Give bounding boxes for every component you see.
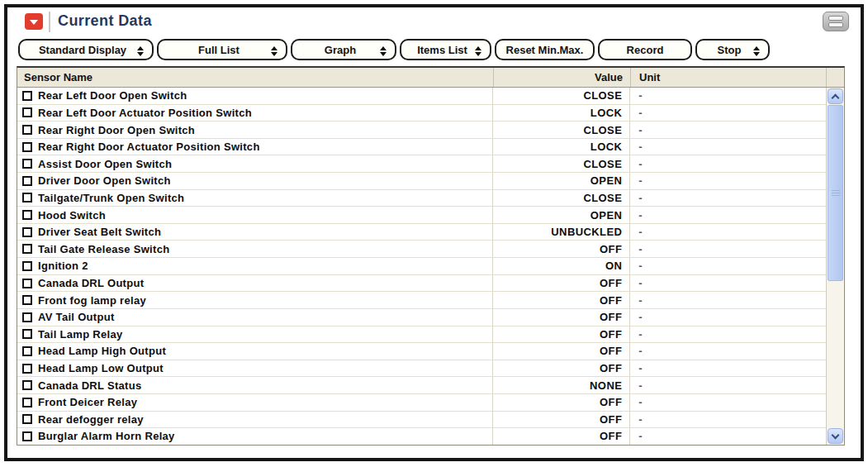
sensor-name: Rear Left Door Open Switch bbox=[38, 89, 187, 102]
row-checkbox[interactable] bbox=[22, 227, 32, 237]
row-checkbox[interactable] bbox=[22, 312, 32, 322]
display-mode-label: Standard Display bbox=[39, 44, 126, 56]
display-mode-select[interactable]: Standard Display bbox=[18, 39, 154, 60]
column-header-unit: Unit bbox=[631, 68, 827, 87]
sensor-name: Hood Switch bbox=[38, 209, 106, 222]
sensor-name: Tail Lamp Relay bbox=[38, 328, 123, 341]
table-row[interactable]: Burglar Alarm Horn Relay OFF - bbox=[17, 428, 826, 445]
record-button[interactable]: Record bbox=[598, 39, 692, 60]
graph-label: Graph bbox=[325, 44, 356, 56]
table-row[interactable]: Rear Left Door Open Switch CLOSE - bbox=[17, 88, 826, 105]
stop-select[interactable]: Stop bbox=[695, 39, 770, 60]
sensor-unit: - bbox=[630, 412, 826, 428]
row-checkbox[interactable] bbox=[22, 244, 32, 254]
table-row[interactable]: Tail Gate Release Switch OFF - bbox=[17, 241, 826, 258]
sensor-value: OPEN bbox=[493, 207, 630, 223]
scroll-down-button[interactable] bbox=[828, 428, 843, 444]
sensor-name: Driver Door Open Switch bbox=[38, 174, 171, 187]
sensor-value: LOCK bbox=[493, 139, 630, 155]
sensor-name: Rear Left Door Actuator Position Switch bbox=[38, 107, 252, 119]
row-checkbox[interactable] bbox=[22, 261, 32, 271]
row-checkbox[interactable] bbox=[22, 364, 32, 374]
row-checkbox[interactable] bbox=[22, 329, 32, 339]
row-checkbox[interactable] bbox=[22, 295, 32, 305]
row-checkbox[interactable] bbox=[22, 380, 32, 390]
reset-minmax-label: Reset Min.Max. bbox=[506, 44, 584, 56]
column-header-sensor-name: Sensor Name bbox=[17, 68, 494, 87]
sensor-unit: - bbox=[630, 275, 826, 292]
sensor-name: Tailgate/Trunk Open Switch bbox=[38, 192, 184, 204]
sensor-name: Tail Gate Release Switch bbox=[38, 243, 169, 255]
row-checkbox[interactable] bbox=[22, 159, 32, 169]
row-checkbox[interactable] bbox=[22, 398, 32, 407]
sensor-value: OFF bbox=[493, 412, 630, 428]
table-row[interactable]: Rear Left Door Actuator Position Switch … bbox=[17, 105, 826, 122]
sensor-name: Driver Seat Belt Switch bbox=[38, 226, 161, 238]
table-row[interactable]: Front Deicer Relay OFF - bbox=[17, 394, 826, 412]
sensor-unit: - bbox=[630, 428, 826, 445]
graph-select[interactable]: Graph bbox=[291, 39, 396, 60]
sensor-value: NONE bbox=[493, 377, 630, 393]
row-checkbox[interactable] bbox=[22, 193, 32, 203]
vertical-scrollbar[interactable] bbox=[826, 88, 844, 445]
table-row[interactable]: Rear defogger relay OFF - bbox=[17, 412, 826, 429]
scroll-up-button[interactable] bbox=[828, 88, 843, 104]
sensor-unit: - bbox=[630, 139, 826, 155]
row-checkbox[interactable] bbox=[22, 346, 32, 356]
row-checkbox[interactable] bbox=[22, 125, 32, 135]
table-row[interactable]: Tail Lamp Relay OFF - bbox=[17, 326, 826, 344]
title-bar: Current Data bbox=[7, 12, 861, 36]
list-filter-select[interactable]: Full List bbox=[157, 39, 287, 60]
row-checkbox[interactable] bbox=[22, 431, 32, 441]
items-list-select[interactable]: Items List bbox=[400, 39, 491, 60]
table-row[interactable]: Assist Door Open Switch CLOSE - bbox=[17, 155, 826, 173]
sensor-name: Rear Right Door Open Switch bbox=[38, 124, 195, 136]
sensor-name: Rear Right Door Actuator Position Switch bbox=[38, 141, 260, 153]
row-checkbox[interactable] bbox=[22, 279, 32, 288]
table-row[interactable]: Hood Switch OPEN - bbox=[17, 207, 826, 224]
sensor-name: Front Deicer Relay bbox=[38, 396, 137, 408]
row-checkbox[interactable] bbox=[22, 142, 32, 152]
table-row[interactable]: Canada DRL Output OFF - bbox=[17, 275, 826, 293]
reset-minmax-button[interactable]: Reset Min.Max. bbox=[495, 39, 595, 60]
row-checkbox[interactable] bbox=[22, 91, 32, 101]
sensor-value: CLOSE bbox=[493, 155, 630, 172]
sensor-unit: - bbox=[630, 360, 826, 377]
sensor-name: Burglar Alarm Horn Relay bbox=[38, 430, 175, 442]
sensor-name: Front fog lamp relay bbox=[38, 294, 146, 307]
table-row[interactable]: Canada DRL Status NONE - bbox=[17, 377, 826, 394]
table-row[interactable]: Ignition 2 ON - bbox=[17, 258, 826, 275]
table-body: Rear Left Door Open Switch CLOSE - Rear … bbox=[17, 88, 826, 445]
table-row[interactable]: Head Lamp Low Output OFF - bbox=[17, 360, 826, 378]
printer-icon[interactable] bbox=[823, 12, 849, 31]
table-row[interactable]: Tailgate/Trunk Open Switch CLOSE - bbox=[17, 190, 826, 207]
table-row[interactable]: Rear Right Door Open Switch CLOSE - bbox=[17, 122, 826, 139]
toolbar: Standard Display Full List Graph Items L… bbox=[18, 39, 770, 61]
table-row[interactable]: Front fog lamp relay OFF - bbox=[17, 292, 826, 309]
row-checkbox[interactable] bbox=[22, 210, 32, 220]
row-checkbox[interactable] bbox=[22, 176, 32, 186]
row-checkbox[interactable] bbox=[22, 107, 32, 117]
sensor-unit: - bbox=[630, 105, 826, 122]
scrollbar-thumb[interactable] bbox=[828, 105, 843, 281]
sensor-unit: - bbox=[630, 224, 826, 241]
table-row[interactable]: Head Lamp High Output OFF - bbox=[17, 343, 826, 360]
sensor-name: Head Lamp Low Output bbox=[38, 362, 164, 374]
record-label: Record bbox=[627, 44, 664, 56]
sensor-value: CLOSE bbox=[493, 190, 630, 207]
red-chevron-down-icon[interactable] bbox=[25, 13, 43, 30]
stop-label: Stop bbox=[718, 44, 742, 56]
sensor-value: OFF bbox=[493, 343, 630, 360]
table-row[interactable]: AV Tail Output OFF - bbox=[17, 309, 826, 326]
table-row[interactable]: Rear Right Door Actuator Position Switch… bbox=[17, 139, 826, 156]
column-header-spacer bbox=[827, 68, 844, 87]
sensor-value: OFF bbox=[493, 394, 630, 411]
table-header: Sensor Name Value Unit bbox=[17, 68, 844, 88]
table-row[interactable]: Driver Seat Belt Switch UNBUCKLED - bbox=[17, 224, 826, 241]
sensor-value: LOCK bbox=[493, 105, 630, 122]
chevron-up-icon bbox=[832, 93, 840, 102]
sensor-value: OFF bbox=[493, 309, 630, 326]
table-row[interactable]: Driver Door Open Switch OPEN - bbox=[17, 173, 826, 190]
row-checkbox[interactable] bbox=[22, 414, 32, 424]
title-divider bbox=[49, 12, 50, 32]
